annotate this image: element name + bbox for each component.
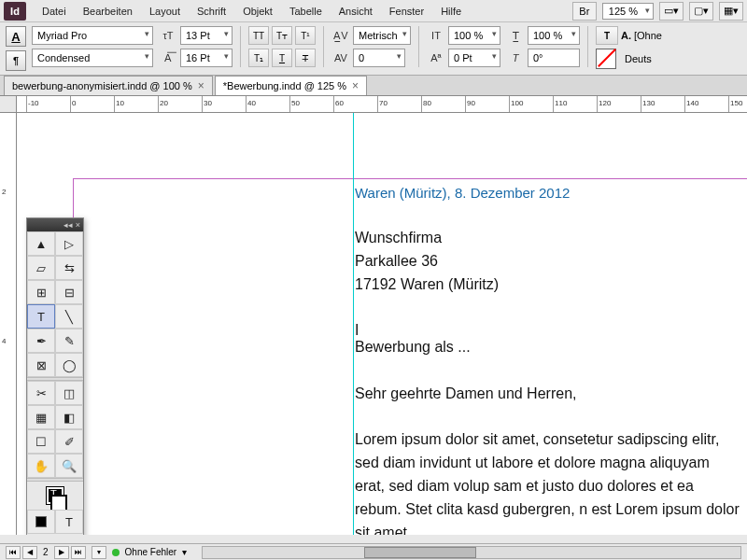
leading-field[interactable]: 16 Pt xyxy=(180,49,233,67)
doc-salutation: Sehr geehrte Damen und Herren, xyxy=(355,383,740,406)
font-style-field[interactable]: Condensed xyxy=(32,49,153,67)
open-button[interactable]: ▾ xyxy=(92,546,106,559)
free-transform-tool[interactable]: ◫ xyxy=(55,381,83,405)
document-tabs: bewerbung-anonymisiert.indd @ 100 % × *B… xyxy=(0,76,747,96)
leading-icon: A͞ xyxy=(159,49,177,67)
doc-date: Waren (Müritz), 8. Dezember 2012 xyxy=(355,182,740,203)
status-bar: ⏮ ◀ 2 ▶ ⏭ ▾ Ohne Fehler ▾ xyxy=(0,543,747,560)
tab-label: *Bewerbung.indd @ 125 % xyxy=(223,80,346,91)
subscript-button[interactable]: T₁ xyxy=(248,49,269,67)
format-text-button[interactable]: T xyxy=(55,510,83,534)
ruler-origin[interactable] xyxy=(0,96,17,113)
menu-ansicht[interactable]: Ansicht xyxy=(331,3,381,20)
smallcaps-button[interactable]: Tᴛ xyxy=(272,26,292,45)
type-tool[interactable]: T xyxy=(27,304,55,329)
tool-divider xyxy=(27,478,83,482)
arrange-button[interactable]: ▦▾ xyxy=(719,2,743,21)
tab-label: bewerbung-anonymisiert.indd @ 100 % xyxy=(12,80,192,91)
language-field[interactable]: Deuts xyxy=(625,53,652,64)
menu-bar: Id Datei Bearbeiten Layout Schrift Objek… xyxy=(0,0,747,22)
page-number[interactable]: 2 xyxy=(43,547,49,557)
strikethrough-button[interactable]: T̶ xyxy=(295,49,316,67)
note-tool[interactable]: ☐ xyxy=(27,429,55,454)
vscale-field[interactable]: 100 % xyxy=(448,26,500,45)
menu-objekt[interactable]: Objekt xyxy=(234,3,281,20)
gradient-swatch-tool[interactable]: ▦ xyxy=(27,405,55,429)
baseline-field[interactable]: 0 Pt xyxy=(448,49,500,67)
scissors-tool[interactable]: ✂ xyxy=(27,381,55,405)
apply-color-button[interactable] xyxy=(27,510,55,534)
rectangle-frame-tool[interactable]: ⊠ xyxy=(27,353,55,377)
last-page-button[interactable]: ⏭ xyxy=(71,546,86,559)
underline-button[interactable]: T xyxy=(272,49,292,67)
document-text[interactable]: Waren (Müritz), 8. Dezember 2012 Wunschf… xyxy=(355,182,740,535)
control-panel: A ¶ Myriad Pro Condensed τT13 Pt A͞16 Pt… xyxy=(0,22,747,76)
doc-addr1: Wunschfirma xyxy=(355,227,740,250)
menu-hilfe[interactable]: Hilfe xyxy=(432,3,470,20)
page-tool[interactable]: ▱ xyxy=(27,256,55,280)
preflight-status[interactable]: Ohne Fehler xyxy=(125,547,177,557)
hand-tool[interactable]: ✋ xyxy=(27,454,55,478)
doc-addr2: Parkallee 36 xyxy=(355,250,740,273)
scrollbar-thumb[interactable] xyxy=(364,547,476,558)
tools-panel-header[interactable]: ◂◂ × xyxy=(27,218,83,231)
menu-schrift[interactable]: Schrift xyxy=(189,3,234,20)
ruler-horizontal[interactable]: -100102030405060708090100110120130140150 xyxy=(17,96,747,113)
prev-page-button[interactable]: ◀ xyxy=(22,546,37,559)
font-family-field[interactable]: Myriad Pro xyxy=(32,26,153,45)
zoom-level[interactable]: 125 % xyxy=(602,3,654,20)
page-nav: ⏮ ◀ xyxy=(6,546,37,559)
charstyle-value[interactable]: [Ohne xyxy=(634,30,662,41)
gap-tool[interactable]: ⇆ xyxy=(55,256,83,280)
eyedropper-tool[interactable]: ✐ xyxy=(55,429,83,454)
selection-tool[interactable]: ▲ xyxy=(27,231,55,256)
dropdown-icon[interactable]: ▾ xyxy=(182,547,187,557)
bridge-button[interactable]: Br xyxy=(572,2,597,21)
next-page-button[interactable]: ▶ xyxy=(54,546,69,559)
charstyle-label: A. xyxy=(621,30,631,41)
rectangle-tool[interactable]: ◯ xyxy=(55,353,83,377)
skew-field[interactable]: 0° xyxy=(528,49,580,67)
canvas[interactable]: Waren (Müritz), 8. Dezember 2012 Wunschf… xyxy=(17,113,747,535)
fill-none-swatch[interactable] xyxy=(596,49,616,69)
fill-stroke-swatches[interactable]: T xyxy=(27,482,83,510)
workspace: -100102030405060708090100110120130140150… xyxy=(0,96,747,535)
menu-layout[interactable]: Layout xyxy=(141,3,189,20)
close-icon[interactable]: × xyxy=(198,79,204,92)
font-size-icon: τT xyxy=(159,26,177,45)
menu-tabelle[interactable]: Tabelle xyxy=(281,3,331,20)
pencil-tool[interactable]: ✎ xyxy=(55,329,83,353)
content-collector-tool[interactable]: ⊞ xyxy=(27,280,55,304)
allcaps-button[interactable]: TT xyxy=(248,26,269,45)
paragraph-mode-button[interactable]: ¶ xyxy=(6,50,26,71)
hscale-icon: T̲ xyxy=(506,26,525,45)
direct-selection-tool[interactable]: ▷ xyxy=(55,231,83,256)
zoom-tool[interactable]: 🔍 xyxy=(55,454,83,478)
menu-datei[interactable]: Datei xyxy=(34,3,75,20)
preflight-ok-icon xyxy=(112,549,120,556)
ruler-vertical[interactable]: 24 xyxy=(0,113,17,535)
fill-text-button[interactable]: T xyxy=(596,26,618,45)
guide-vertical[interactable] xyxy=(353,113,354,535)
text-cursor: I xyxy=(355,319,740,336)
menu-bearbeiten[interactable]: Bearbeiten xyxy=(75,3,141,20)
character-mode-button[interactable]: A xyxy=(6,26,26,47)
kerning-field[interactable]: Metrisch xyxy=(353,26,411,45)
menu-fenster[interactable]: Fenster xyxy=(381,3,432,20)
hscale-field[interactable]: 100 % xyxy=(528,26,580,45)
horizontal-scrollbar[interactable] xyxy=(202,546,741,559)
content-placer-tool[interactable]: ⊟ xyxy=(55,280,83,304)
tab-bewerbung[interactable]: *Bewerbung.indd @ 125 % × xyxy=(215,76,367,95)
kerning-icon: A̲V xyxy=(331,26,350,45)
superscript-button[interactable]: T¹ xyxy=(295,26,316,45)
screen-mode-button[interactable]: ▢▾ xyxy=(689,2,713,21)
close-icon[interactable]: × xyxy=(352,79,359,92)
pen-tool[interactable]: ✒ xyxy=(27,329,55,353)
tracking-field[interactable]: 0 xyxy=(353,49,405,67)
line-tool[interactable]: ╲ xyxy=(55,304,83,329)
view-mode-button[interactable]: ▭▾ xyxy=(659,2,684,21)
tab-anonymisiert[interactable]: bewerbung-anonymisiert.indd @ 100 % × xyxy=(4,76,213,95)
font-size-field[interactable]: 13 Pt xyxy=(180,26,233,45)
first-page-button[interactable]: ⏮ xyxy=(6,546,21,559)
gradient-feather-tool[interactable]: ◧ xyxy=(55,405,83,429)
